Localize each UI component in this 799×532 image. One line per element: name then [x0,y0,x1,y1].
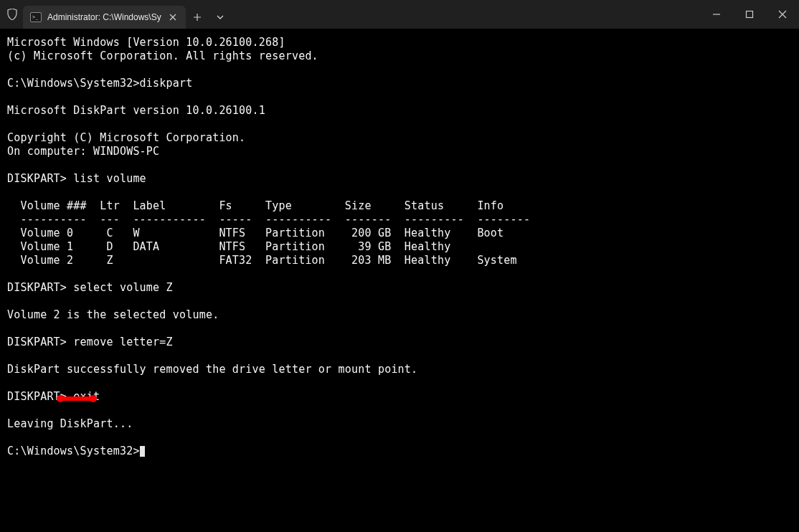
cmd-icon: >_ [30,11,42,23]
svg-text:>_: >_ [32,14,39,20]
line: (c) Microsoft Corporation. All rights re… [7,49,318,62]
window-controls [700,0,799,29]
new-tab-button[interactable] [186,6,209,29]
maximize-button[interactable] [733,0,766,29]
terminal-output[interactable]: Microsoft Windows [Version 10.0.26100.26… [0,29,799,479]
line: C:\Windows\System32> [7,445,140,457]
tab-actions [186,0,232,29]
line: Microsoft DiskPart version 10.0.26100.1 [7,104,265,117]
tab-close-button[interactable] [167,11,179,23]
line: Microsoft Windows [Version 10.0.26100.26… [7,36,285,49]
shield-icon [6,8,19,21]
line: Copyright (C) Microsoft Corporation. [7,131,245,144]
line: DiskPart successfully removed the drive … [7,363,417,376]
close-window-button[interactable] [766,0,799,29]
line: Volume 2 is the selected volume. [7,308,219,321]
titlebar-left [0,0,19,29]
line: Leaving DiskPart... [7,417,133,430]
line: Volume 1 D DATA NTFS Partition 39 GB Hea… [7,240,450,253]
cursor [140,446,145,457]
line: DISKPART> remove letter=Z [7,336,173,348]
svg-rect-2 [747,11,753,18]
tab-title: Administrator: C:\Windows\Sy [47,12,161,22]
line: Volume 2 Z FAT32 Partition 203 MB Health… [7,254,517,267]
line: DISKPART> list volume [7,172,146,185]
tab-dropdown-button[interactable] [209,6,232,29]
minimize-button[interactable] [700,0,733,29]
line: On computer: WINDOWS-PC [7,145,159,158]
tab-active[interactable]: >_ Administrator: C:\Windows\Sy [23,6,186,29]
line: C:\Windows\System32>diskpart [7,77,192,90]
line: Volume 0 C W NTFS Partition 200 GB Healt… [7,227,503,239]
titlebar: >_ Administrator: C:\Windows\Sy [0,0,799,29]
annotation-underline [59,396,95,401]
titlebar-spacer[interactable] [232,0,700,29]
line: DISKPART> select volume Z [7,281,173,294]
line: ---------- --- ----------- ----- -------… [7,213,530,226]
line: Volume ### Ltr Label Fs Type Size Status… [7,199,503,212]
